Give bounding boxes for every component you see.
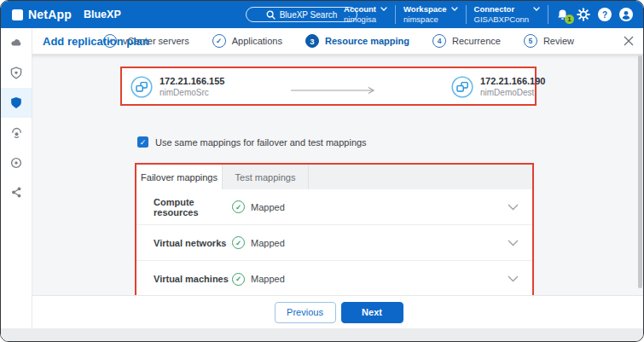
window-bottom-strip xyxy=(1,328,643,342)
row-virtual-networks[interactable]: Virtual networks ✓ Mapped xyxy=(136,225,532,261)
status-badge: ✓ Mapped xyxy=(232,200,285,213)
search-icon xyxy=(266,10,276,20)
status-badge: ✓ Mapped xyxy=(232,273,285,286)
sidebar-item-observability[interactable] xyxy=(1,118,32,148)
brand-name: NetApp xyxy=(28,8,72,21)
bluexp-search[interactable]: BlueXP Search xyxy=(246,7,357,22)
wizard-footer: Previous Next xyxy=(32,295,644,328)
chevron-down-icon xyxy=(451,7,458,11)
connector-value: GISABXPConn xyxy=(474,14,529,25)
close-icon[interactable] xyxy=(624,36,634,46)
step-recurrence[interactable]: 4 Recurrence xyxy=(432,34,501,48)
destination-name: nimDemoDest xyxy=(480,87,545,98)
workspace-label: Workspace xyxy=(403,4,447,14)
step-number: 3 xyxy=(305,34,319,48)
canvas-cloud-icon xyxy=(10,37,23,49)
wizard-steps: ✓ vCenter servers ✓ Applications 3 Resou… xyxy=(103,34,574,48)
user-button[interactable] xyxy=(619,8,633,21)
row-compute-resources[interactable]: Compute resources ✓ Mapped xyxy=(136,189,532,225)
row-virtual-machines[interactable]: Virtual machines ✓ Mapped xyxy=(136,261,532,297)
observability-icon xyxy=(10,126,23,139)
netapp-logo-icon xyxy=(12,9,23,20)
health-shield-heart-icon xyxy=(10,67,22,79)
page-title: Add replication plan xyxy=(43,35,149,48)
source-destination-panel: 172.21.166.155 nimDemoSrc 172.21.166.190… xyxy=(120,67,537,106)
previous-button[interactable]: Previous xyxy=(275,302,336,323)
notifications-button[interactable]: 1 xyxy=(556,9,569,21)
account-label: Account xyxy=(344,4,376,14)
checkbox-checked-icon[interactable]: ✓ xyxy=(137,136,148,148)
settings-button[interactable] xyxy=(577,8,590,21)
bluexp-window: NetApp BlueXP BlueXP Search Account nimo… xyxy=(0,0,644,342)
checkbox-label: Use same mappings for failover and test … xyxy=(155,137,367,148)
source-vcenter: 172.21.166.155 nimDemoSrc xyxy=(131,75,224,98)
connector-label: Connector xyxy=(474,4,529,14)
left-nav-sidebar xyxy=(1,28,32,342)
product-name: BlueXP xyxy=(84,9,121,20)
wizard-header: Add replication plan ✓ vCenter servers ✓… xyxy=(32,28,644,55)
mapping-rows: Compute resources ✓ Mapped Virtual netwo… xyxy=(136,189,532,297)
mappings-panel: Failover mappings Test mappings Compute … xyxy=(135,163,534,299)
destination-ip: 172.21.166.190 xyxy=(480,75,545,87)
top-right-controls: Account nimogisa Workspace nimspace Conn… xyxy=(344,1,633,28)
step-resource-mapping[interactable]: 3 Resource mapping xyxy=(305,34,409,48)
step-applications[interactable]: ✓ Applications xyxy=(212,34,282,48)
chevron-down-icon[interactable] xyxy=(508,204,519,211)
chevron-down-icon[interactable] xyxy=(508,240,519,246)
destination-vcenter: 172.21.166.190 nimDemoDest xyxy=(451,75,545,98)
account-value: nimogisa xyxy=(344,14,376,25)
vcenter-server-icon xyxy=(131,76,153,98)
divider xyxy=(548,5,548,24)
chevron-down-icon xyxy=(380,7,387,11)
mappings-tabbar: Failover mappings Test mappings xyxy=(136,165,532,189)
mapped-check-icon: ✓ xyxy=(232,273,245,286)
status-badge: ✓ Mapped xyxy=(232,236,285,249)
source-name: nimDemoSrc xyxy=(160,87,224,98)
brand: NetApp BlueXP xyxy=(12,1,121,28)
mapped-check-icon: ✓ xyxy=(232,200,245,213)
workspace-value: nimspace xyxy=(403,14,447,25)
question-mark-icon: ? xyxy=(602,10,607,20)
vcenter-server-icon xyxy=(451,76,473,98)
divider xyxy=(466,5,467,24)
notification-badge: 1 xyxy=(565,14,574,24)
sidebar-item-protection[interactable] xyxy=(1,88,32,118)
sidebar-item-share[interactable] xyxy=(1,177,32,207)
source-ip: 172.21.166.155 xyxy=(160,75,224,87)
chevron-down-icon xyxy=(533,7,540,11)
sidebar-item-extend[interactable] xyxy=(1,148,32,177)
help-button[interactable]: ? xyxy=(598,8,612,21)
share-nodes-icon xyxy=(10,186,22,199)
account-menu[interactable]: Account nimogisa xyxy=(344,4,387,25)
workspace-menu[interactable]: Workspace nimspace xyxy=(403,4,458,25)
step-number: 4 xyxy=(432,34,446,48)
step-check-icon: ✓ xyxy=(212,34,226,48)
extend-circle-icon xyxy=(10,157,22,169)
resource-mapping-content: 172.21.166.155 nimDemoSrc 172.21.166.190… xyxy=(32,55,644,295)
tab-failover-mappings[interactable]: Failover mappings xyxy=(136,165,223,189)
user-icon xyxy=(619,8,633,21)
chevron-down-icon[interactable] xyxy=(508,275,519,282)
top-bar: NetApp BlueXP BlueXP Search Account nimo… xyxy=(1,1,643,28)
tab-test-mappings[interactable]: Test mappings xyxy=(223,165,309,189)
protection-shield-icon xyxy=(10,96,22,109)
connector-menu[interactable]: Connector GISABXPConn xyxy=(474,4,540,25)
step-number: 5 xyxy=(524,34,537,48)
vertical-scrollbar[interactable] xyxy=(638,55,642,288)
gear-icon xyxy=(577,8,590,21)
step-review[interactable]: 5 Review xyxy=(524,34,574,48)
same-mappings-checkbox-row[interactable]: ✓ Use same mappings for failover and tes… xyxy=(137,136,367,148)
divider xyxy=(395,5,396,24)
replication-arrow-icon xyxy=(291,83,376,98)
search-label: BlueXP Search xyxy=(280,10,338,20)
next-button[interactable]: Next xyxy=(341,302,403,323)
mapped-check-icon: ✓ xyxy=(232,236,245,249)
sidebar-item-health[interactable] xyxy=(1,58,32,88)
sidebar-item-canvas[interactable] xyxy=(1,28,32,58)
